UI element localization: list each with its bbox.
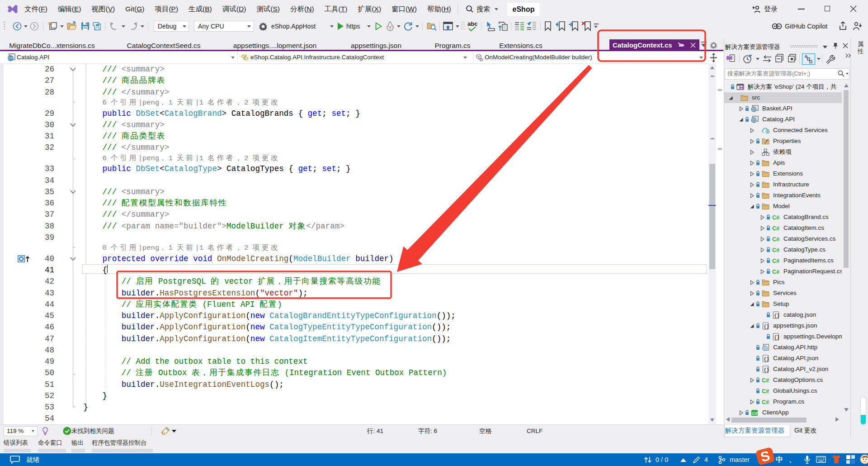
svg-text:{}: {} xyxy=(774,313,779,318)
svg-text:C#: C# xyxy=(772,236,779,243)
svg-text:{}: {} xyxy=(764,367,769,372)
svg-text:C#: C# xyxy=(772,225,779,232)
svg-text:C#: C# xyxy=(762,388,769,395)
svg-text:{}: {} xyxy=(764,324,769,329)
svg-text:{}: {} xyxy=(774,335,779,340)
svg-text:C#: C# xyxy=(752,410,758,415)
svg-text:C#: C# xyxy=(762,377,769,384)
svg-text:{}: {} xyxy=(764,357,769,361)
svg-text:C#: C# xyxy=(772,214,779,221)
svg-text:C#: C# xyxy=(772,269,779,275)
svg-text:C#: C# xyxy=(762,399,769,405)
svg-text:C#: C# xyxy=(772,247,779,253)
svg-text:C#: C# xyxy=(772,258,779,264)
